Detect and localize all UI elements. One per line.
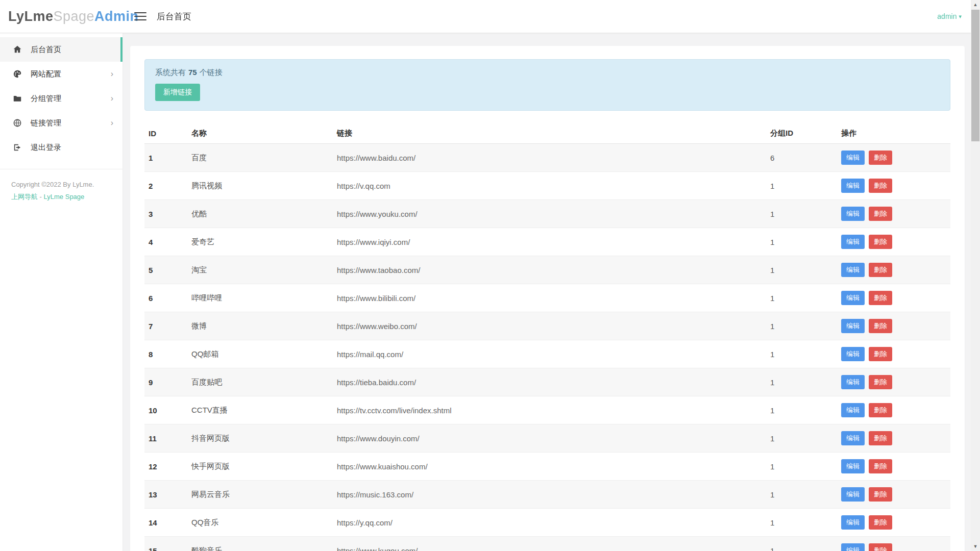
table-row: 14QQ音乐https://y.qq.com/1编辑删除 (144, 509, 950, 537)
table-row: 11抖音网页版https://www.douyin.com/1编辑删除 (144, 424, 950, 453)
brand-part-spage: Spage (54, 9, 95, 24)
edit-button[interactable]: 编辑 (841, 235, 865, 249)
cell-actions: 编辑删除 (837, 537, 950, 551)
cell-name: 百度 (187, 144, 333, 172)
cell-actions: 编辑删除 (837, 396, 950, 424)
table-row: 9百度贴吧https://tieba.baidu.com/1编辑删除 (144, 368, 950, 396)
window-scrollbar[interactable]: ▲ ▼ (971, 0, 980, 551)
sidebar-item-link-manage[interactable]: 链接管理› (0, 111, 122, 135)
edit-button[interactable]: 编辑 (841, 431, 865, 445)
edit-button[interactable]: 编辑 (841, 151, 865, 165)
user-dropdown[interactable]: admin ▾ (937, 12, 962, 20)
cell-actions: 编辑删除 (837, 481, 950, 509)
scrollbar-thumb[interactable] (971, 10, 979, 141)
delete-button[interactable]: 删除 (869, 319, 892, 333)
header-id: ID (144, 123, 187, 144)
delete-button[interactable]: 删除 (869, 291, 892, 305)
edit-button[interactable]: 编辑 (841, 263, 865, 277)
table-header-row: ID 名称 链接 分组ID 操作 (144, 123, 950, 144)
cell-group: 1 (766, 396, 837, 424)
edit-button[interactable]: 编辑 (841, 515, 865, 530)
cell-actions: 编辑删除 (837, 453, 950, 481)
delete-button[interactable]: 删除 (869, 431, 892, 445)
cell-url: https://www.bilibili.com/ (333, 284, 766, 312)
palette-icon (12, 69, 22, 79)
edit-button[interactable]: 编辑 (841, 291, 865, 305)
cell-group: 1 (766, 481, 837, 509)
cell-name: 百度贴吧 (187, 368, 333, 396)
cell-id: 7 (144, 312, 187, 340)
cell-url: https://www.weibo.com/ (333, 312, 766, 340)
cell-name: 腾讯视频 (187, 172, 333, 200)
cell-url: https://tv.cctv.com/live/index.shtml (333, 396, 766, 424)
delete-button[interactable]: 删除 (869, 347, 892, 361)
brand-part-admin: Admin (94, 9, 139, 24)
edit-button[interactable]: 编辑 (841, 543, 865, 551)
cell-name: 哔哩哔哩 (187, 284, 333, 312)
edit-button[interactable]: 编辑 (841, 487, 865, 502)
cell-id: 14 (144, 509, 187, 537)
edit-button[interactable]: 编辑 (841, 179, 865, 193)
cell-url: https://mail.qq.com/ (333, 340, 766, 368)
footer-separator: - (38, 193, 44, 201)
delete-button[interactable]: 删除 (869, 151, 892, 165)
delete-button[interactable]: 删除 (869, 179, 892, 193)
cell-url: https://www.baidu.com/ (333, 144, 766, 172)
cell-id: 6 (144, 284, 187, 312)
add-link-button[interactable]: 新增链接 (155, 84, 200, 101)
globe-icon (12, 118, 22, 128)
cell-name: 网易云音乐 (187, 481, 333, 509)
edit-button[interactable]: 编辑 (841, 459, 865, 473)
cell-actions: 编辑删除 (837, 368, 950, 396)
cell-url: https://www.douyin.com/ (333, 424, 766, 453)
footer-link-spage[interactable]: LyLme Spage (44, 193, 85, 201)
cell-id: 1 (144, 144, 187, 172)
cell-name: 抖音网页版 (187, 424, 333, 453)
cell-id: 10 (144, 396, 187, 424)
cell-actions: 编辑删除 (837, 284, 950, 312)
table-row: 10CCTV直播https://tv.cctv.com/live/index.s… (144, 396, 950, 424)
edit-button[interactable]: 编辑 (841, 319, 865, 333)
cell-name: 微博 (187, 312, 333, 340)
delete-button[interactable]: 删除 (869, 403, 892, 417)
menu-toggle-icon[interactable] (134, 12, 146, 20)
cell-group: 1 (766, 284, 837, 312)
scroll-down-icon[interactable]: ▼ (971, 542, 980, 551)
delete-button[interactable]: 删除 (869, 543, 892, 551)
header-name: 名称 (187, 123, 333, 144)
edit-button[interactable]: 编辑 (841, 403, 865, 417)
table-row: 3优酷https://www.youku.com/1编辑删除 (144, 200, 950, 228)
cell-group: 1 (766, 200, 837, 228)
delete-button[interactable]: 删除 (869, 263, 892, 277)
cell-name: QQ音乐 (187, 509, 333, 537)
home-icon (12, 44, 22, 55)
table-row: 4爱奇艺https://www.iqiyi.com/1编辑删除 (144, 228, 950, 256)
delete-button[interactable]: 删除 (869, 459, 892, 473)
chevron-right-icon: › (111, 70, 113, 78)
link-count: 75 (188, 68, 197, 77)
sidebar-item-logout[interactable]: 退出登录 (0, 135, 122, 160)
cell-url: https://www.iqiyi.com/ (333, 228, 766, 256)
sidebar-item-home[interactable]: 后台首页 (0, 37, 122, 62)
delete-button[interactable]: 删除 (869, 235, 892, 249)
cell-group: 1 (766, 453, 837, 481)
edit-button[interactable]: 编辑 (841, 347, 865, 361)
footer-link-nav[interactable]: 上网导航 (11, 193, 38, 201)
cell-id: 15 (144, 537, 187, 551)
page-title: 后台首页 (157, 11, 191, 22)
brand-part-lylme: LyLme (8, 9, 54, 24)
cell-group: 1 (766, 509, 837, 537)
edit-button[interactable]: 编辑 (841, 375, 865, 389)
delete-button[interactable]: 删除 (869, 207, 892, 221)
sidebar-item-group-manage[interactable]: 分组管理› (0, 86, 122, 111)
delete-button[interactable]: 删除 (869, 487, 892, 502)
delete-button[interactable]: 删除 (869, 375, 892, 389)
table-row: 7微博https://www.weibo.com/1编辑删除 (144, 312, 950, 340)
edit-button[interactable]: 编辑 (841, 207, 865, 221)
delete-button[interactable]: 删除 (869, 515, 892, 530)
sidebar-item-site-config[interactable]: 网站配置› (0, 62, 122, 86)
scroll-up-icon[interactable]: ▲ (971, 0, 980, 9)
sidebar-item-label: 链接管理 (31, 118, 61, 128)
table-row: 2腾讯视频https://v.qq.com1编辑删除 (144, 172, 950, 200)
cell-name: 淘宝 (187, 256, 333, 284)
